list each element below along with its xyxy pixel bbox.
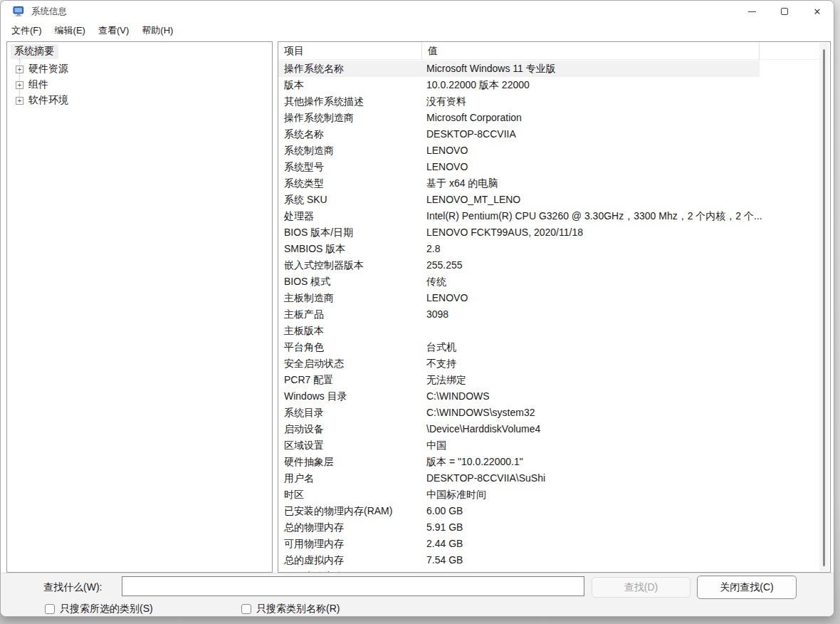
row-item-label: BIOS 版本/日期 bbox=[284, 224, 421, 241]
row-item-label: 操作系统名称 bbox=[284, 61, 421, 77]
tree-item[interactable]: +软件环境 bbox=[7, 93, 272, 108]
window-title: 系统信息 bbox=[31, 6, 67, 18]
table-row[interactable]: 操作系统制造商Microsoft Corporation bbox=[278, 110, 819, 126]
menu-help[interactable]: 帮助(H) bbox=[135, 22, 179, 39]
row-item-value: Intel(R) Pentium(R) CPU G3260 @ 3.30GHz，… bbox=[426, 208, 814, 224]
search-category-names-option[interactable]: 只搜索类别名称(R) bbox=[241, 603, 340, 615]
row-item-value: 不支持 bbox=[426, 355, 814, 372]
row-item-label: 系统制造商 bbox=[284, 142, 421, 159]
row-item-value: 6.00 GB bbox=[426, 503, 814, 519]
row-item-value: LENOVO FCKT99AUS, 2020/11/18 bbox=[426, 224, 814, 241]
search-selected-category-checkbox[interactable] bbox=[45, 604, 55, 614]
table-row[interactable]: 其他操作系统描述没有资料 bbox=[278, 93, 819, 110]
row-item-label: 用户名 bbox=[284, 470, 421, 487]
row-item-label: 平台角色 bbox=[284, 339, 421, 355]
scrollbar-thumb[interactable] bbox=[823, 49, 825, 566]
row-item-label: 嵌入式控制器版本 bbox=[284, 257, 421, 274]
table-row[interactable]: 系统型号LENOVO bbox=[278, 159, 819, 175]
table-row[interactable]: 系统 SKULENOVO_MT_LENO bbox=[278, 192, 819, 208]
menu-view[interactable]: 查看(V) bbox=[92, 22, 135, 39]
table-row[interactable]: 可用物理内存2.44 GB bbox=[278, 536, 819, 552]
table-row[interactable]: Windows 目录C:\WINDOWS bbox=[278, 388, 819, 405]
tree-item[interactable]: +组件 bbox=[7, 77, 272, 93]
table-row[interactable]: 可用虚拟内存 bbox=[278, 568, 819, 572]
search-selected-category-option[interactable]: 只搜索所选的类别(S) bbox=[45, 603, 153, 615]
table-row[interactable]: 已安装的物理内存(RAM)6.00 GB bbox=[278, 503, 819, 519]
table-row[interactable]: 总的虚拟内存7.54 GB bbox=[278, 552, 819, 568]
row-item-label: 时区 bbox=[284, 487, 421, 503]
table-row[interactable]: 操作系统名称Microsoft Windows 11 专业版 bbox=[278, 61, 819, 77]
table-row[interactable]: 硬件抽象层版本 = "10.0.22000.1" bbox=[278, 454, 819, 470]
close-find-button[interactable]: 关闭查找(C) bbox=[697, 576, 797, 599]
row-item-value: Microsoft Corporation bbox=[426, 110, 814, 126]
list-header: 项目 值 bbox=[278, 42, 830, 60]
row-item-label: 操作系统制造商 bbox=[284, 110, 421, 126]
table-row[interactable]: 区域设置中国 bbox=[278, 437, 819, 454]
row-item-value: \Device\HarddiskVolume4 bbox=[426, 421, 814, 437]
table-row[interactable]: SMBIOS 版本2.8 bbox=[278, 241, 819, 257]
system-info-window: 系统信息 ✕ 文件(F)编辑(E)查看(V)帮助(H) 系统摘要 +硬件资源+组… bbox=[0, 0, 834, 617]
title-bar: 系统信息 ✕ bbox=[1, 1, 834, 22]
minimize-button[interactable] bbox=[735, 1, 768, 22]
maximize-button[interactable] bbox=[768, 1, 801, 22]
table-row[interactable]: 主板产品3098 bbox=[278, 306, 819, 323]
table-row[interactable]: 系统目录C:\WINDOWS\system32 bbox=[278, 405, 819, 421]
expand-plus-icon[interactable]: + bbox=[16, 97, 23, 105]
row-item-value: DESKTOP-8CCVIIA bbox=[426, 126, 814, 142]
find-input[interactable] bbox=[122, 576, 584, 596]
table-row[interactable]: BIOS 模式传统 bbox=[278, 274, 819, 290]
row-item-label: SMBIOS 版本 bbox=[284, 241, 421, 257]
table-row[interactable]: 主板制造商LENOVO bbox=[278, 290, 819, 306]
table-row[interactable]: BIOS 版本/日期LENOVO FCKT99AUS, 2020/11/18 bbox=[278, 224, 819, 241]
row-item-label: 安全启动状态 bbox=[284, 355, 421, 372]
table-row[interactable]: 嵌入式控制器版本255.255 bbox=[278, 257, 819, 274]
find-bar: 查找什么(W): 查找(D) 关闭查找(C) 只搜索所选的类别(S) 只搜索类别… bbox=[1, 573, 834, 616]
table-row[interactable]: 启动设备\Device\HarddiskVolume4 bbox=[278, 421, 819, 437]
row-item-value: 无法绑定 bbox=[426, 372, 814, 388]
column-header-item[interactable]: 项目 bbox=[278, 42, 422, 60]
tree-children: +硬件资源+组件+软件环境 bbox=[7, 61, 272, 108]
menu-file[interactable]: 文件(F) bbox=[5, 22, 48, 39]
table-row[interactable]: 主板版本 bbox=[278, 323, 819, 339]
row-item-value: 中国 bbox=[426, 437, 814, 454]
row-item-label: Windows 目录 bbox=[284, 388, 421, 405]
menu-edit[interactable]: 编辑(E) bbox=[48, 22, 92, 39]
table-row[interactable]: 安全启动状态不支持 bbox=[278, 355, 819, 372]
column-header-value[interactable]: 值 bbox=[422, 42, 760, 60]
row-item-label: 可用虚拟内存 bbox=[284, 568, 421, 572]
table-row[interactable]: 系统名称DESKTOP-8CCVIIA bbox=[278, 126, 819, 142]
table-row[interactable]: 版本10.0.22000 版本 22000 bbox=[278, 77, 819, 93]
search-category-names-checkbox[interactable] bbox=[241, 604, 251, 614]
tree-item-system-summary[interactable]: 系统摘要 bbox=[11, 44, 58, 59]
table-row[interactable]: 系统类型基于 x64 的电脑 bbox=[278, 175, 819, 192]
category-tree-panel[interactable]: 系统摘要 +硬件资源+组件+软件环境 bbox=[6, 41, 273, 573]
row-item-value: 10.0.22000 版本 22000 bbox=[426, 77, 814, 93]
table-row[interactable]: PCR7 配置无法绑定 bbox=[278, 372, 819, 388]
row-item-value bbox=[426, 568, 814, 572]
close-button[interactable]: ✕ bbox=[801, 1, 834, 22]
row-item-value: 5.91 GB bbox=[426, 519, 814, 536]
details-list-panel[interactable]: 项目 值 操作系统名称Microsoft Windows 11 专业版版本10.… bbox=[278, 41, 831, 573]
row-item-label: 系统名称 bbox=[284, 126, 421, 142]
table-row[interactable]: 系统制造商LENOVO bbox=[278, 142, 819, 159]
row-item-label: 主板产品 bbox=[284, 306, 421, 323]
row-item-label: 总的物理内存 bbox=[284, 519, 421, 536]
table-row[interactable]: 总的物理内存5.91 GB bbox=[278, 519, 819, 536]
row-item-value: LENOVO bbox=[426, 142, 814, 159]
table-row[interactable]: 平台角色台式机 bbox=[278, 339, 819, 355]
row-item-label: 版本 bbox=[284, 77, 421, 93]
table-row[interactable]: 时区中国标准时间 bbox=[278, 487, 819, 503]
table-row[interactable]: 用户名DESKTOP-8CCVIIA\SuShi bbox=[278, 470, 819, 487]
table-row[interactable]: 处理器Intel(R) Pentium(R) CPU G3260 @ 3.30G… bbox=[278, 208, 819, 224]
tree-item[interactable]: +硬件资源 bbox=[7, 61, 272, 77]
tree-item-label: 硬件资源 bbox=[28, 63, 68, 76]
expand-plus-icon[interactable]: + bbox=[16, 66, 23, 73]
find-button[interactable]: 查找(D) bbox=[592, 577, 691, 598]
row-item-value: 7.54 GB bbox=[426, 552, 814, 568]
row-item-value: 传统 bbox=[426, 274, 814, 290]
row-item-label: 系统类型 bbox=[284, 175, 421, 192]
expand-plus-icon[interactable]: + bbox=[16, 81, 23, 89]
row-item-value: 没有资料 bbox=[426, 93, 814, 110]
vertical-scrollbar[interactable] bbox=[819, 43, 829, 571]
row-item-label: 总的虚拟内存 bbox=[284, 552, 421, 568]
